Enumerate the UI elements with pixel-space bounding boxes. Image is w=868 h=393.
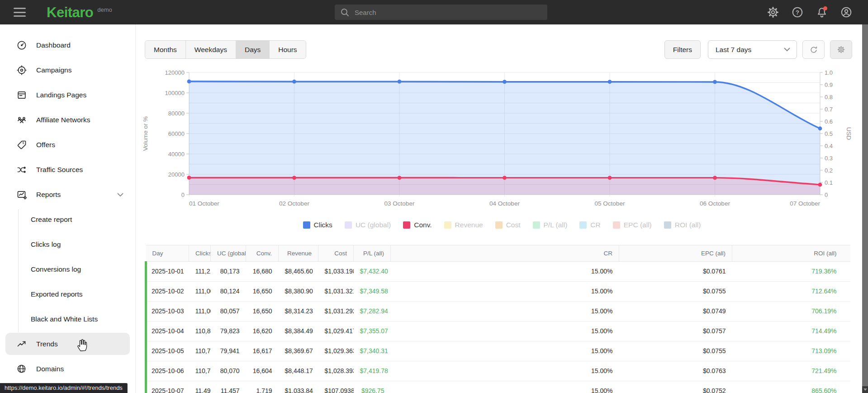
svg-text:40000: 40000 — [168, 151, 185, 158]
column-header-epc-all-[interactable]: EPC (all) — [619, 245, 732, 262]
svg-text:120000: 120000 — [165, 69, 185, 76]
sidebar-item-exported-reports[interactable]: Exported reports — [0, 282, 135, 307]
cell-cr: 15.00% — [391, 381, 619, 393]
cell-epc-all-: $0.0755 — [619, 282, 732, 302]
column-header-roi-all-[interactable]: ROI (all) — [732, 245, 843, 262]
cell-day: 2025-10-05 — [146, 341, 189, 361]
column-header-filler — [843, 245, 851, 262]
cell-day: 2025-10-01 — [146, 262, 189, 282]
legend-swatch — [495, 221, 503, 229]
search-icon — [341, 8, 349, 17]
date-range-select[interactable]: Last 7 days — [708, 40, 797, 59]
table-row: 2025-10-02111,0080,12416,650$8,380.90$1,… — [146, 282, 851, 302]
legend-swatch — [533, 221, 540, 229]
cell-clicks: 110,80 — [189, 321, 211, 341]
sidebar-item-campaigns[interactable]: Campaigns — [0, 58, 135, 82]
legend-item-epc-all-[interactable]: EPC (all) — [613, 221, 652, 229]
legend-swatch — [664, 221, 671, 229]
cell-uc-global-: 80,070 — [211, 361, 246, 381]
svg-text:20000: 20000 — [168, 171, 185, 178]
legend-item-roi-all-[interactable]: ROI (all) — [664, 221, 701, 229]
tab-months[interactable]: Months — [145, 41, 185, 58]
settings-icon[interactable] — [767, 6, 779, 18]
column-header-cost[interactable]: Cost — [318, 245, 354, 262]
menu-toggle-icon[interactable] — [14, 8, 26, 17]
cell-clicks: 110,79 — [189, 341, 211, 361]
column-header-cr[interactable]: CR — [391, 245, 619, 262]
svg-text:0.8: 0.8 — [825, 94, 833, 101]
notifications-icon[interactable] — [816, 6, 828, 18]
column-header-revenue[interactable]: Revenue — [279, 245, 318, 262]
date-range-value: Last 7 days — [716, 46, 751, 54]
scrollbar-down-arrow[interactable] — [862, 386, 868, 393]
svg-text:0.3: 0.3 — [825, 155, 833, 162]
column-header-conv-[interactable]: Conv. — [246, 245, 279, 262]
filters-button[interactable]: Filters — [664, 40, 701, 59]
chart-settings-button[interactable] — [830, 40, 852, 59]
reports-icon — [16, 189, 27, 200]
tab-hours[interactable]: Hours — [269, 41, 305, 58]
vertical-scrollbar[interactable] — [862, 24, 868, 386]
sidebar-item-trends[interactable]: Trends — [0, 331, 135, 356]
column-header-uc-global-[interactable]: UC (global) — [211, 245, 246, 262]
column-header-day[interactable]: Day — [146, 245, 189, 262]
legend-item-conv-[interactable]: Conv. — [403, 221, 432, 229]
refresh-button[interactable] — [802, 40, 825, 59]
sidebar-item-affiliate-networks[interactable]: Affiliate Networks — [0, 107, 135, 132]
y-axis-title-left: Volume or % — [142, 116, 149, 151]
column-header-p-l-all-[interactable]: P/L (all) — [354, 245, 391, 262]
sidebar: DashboardCampaignsLandings PagesAffiliat… — [0, 24, 136, 393]
legend-item-revenue[interactable]: Revenue — [444, 221, 483, 229]
svg-text:03 October: 03 October — [384, 200, 415, 207]
brand[interactable]: Keitaro demo — [47, 5, 112, 19]
cell-cost: $1,031.3216 — [318, 282, 354, 302]
legend-item-clicks[interactable]: Clicks — [303, 221, 332, 229]
legend-item-uc-global-[interactable]: UC (global) — [345, 221, 391, 229]
help-icon[interactable]: ? — [792, 6, 803, 18]
cell-roi-all-: 719.36% — [732, 262, 843, 282]
sidebar-item-conversions-log[interactable]: Conversions log — [0, 257, 135, 282]
cell-cost: $107.0938 — [318, 381, 354, 393]
sidebar-item-label: Offers — [36, 141, 55, 149]
svg-text:0.9: 0.9 — [825, 81, 833, 88]
sidebar-item-dashboard[interactable]: Dashboard — [0, 33, 135, 58]
legend-label: Cost — [506, 221, 521, 229]
legend-item-cost[interactable]: Cost — [495, 221, 521, 229]
svg-text:?: ? — [796, 9, 799, 16]
sidebar-item-offers[interactable]: $Offers — [0, 132, 135, 157]
domains-icon — [16, 364, 27, 374]
table-row: 2025-10-06110,7080,07016,604$8,448.17$1,… — [146, 361, 851, 381]
column-header-clicks[interactable]: Clicks — [189, 245, 211, 262]
legend-item-p-l-all-[interactable]: P/L (all) — [533, 221, 568, 229]
legend-swatch — [345, 221, 352, 229]
tab-weekdays[interactable]: Weekdays — [185, 41, 236, 58]
table-row: 2025-10-04110,8079,82316,620$8,384.49$1,… — [146, 321, 851, 341]
sidebar-item-traffic-sources[interactable]: Traffic Sources — [0, 157, 135, 182]
trends-table: DayClicksUC (global)Conv.RevenueCostP/L … — [145, 245, 850, 393]
cell-cr: 15.00% — [391, 321, 619, 341]
sidebar-item-create-report[interactable]: Create report — [0, 207, 135, 232]
sidebar-item-black-and-white-lists[interactable]: Black and White Lists — [0, 307, 135, 331]
svg-text:02 October: 02 October — [279, 200, 309, 207]
cell-uc-global-: 80,173 — [211, 262, 246, 282]
granularity-tabs: MonthsWeekdaysDaysHours — [145, 40, 306, 59]
cell-conv-: 16,617 — [246, 341, 279, 361]
account-icon[interactable] — [840, 6, 852, 18]
cell-cr: 15.00% — [391, 262, 619, 282]
sidebar-item-label: Exported reports — [31, 290, 83, 298]
tab-days[interactable]: Days — [236, 41, 269, 58]
legend-swatch — [444, 221, 451, 229]
legend-item-cr[interactable]: CR — [579, 221, 600, 229]
svg-text:0.7: 0.7 — [825, 106, 833, 113]
search-input[interactable] — [355, 9, 526, 16]
search-bar[interactable] — [335, 5, 547, 20]
sidebar-item-reports[interactable]: Reports — [0, 182, 135, 207]
sidebar-item-landings-pages[interactable]: Landings Pages — [0, 82, 135, 107]
sidebar-item-clicks-log[interactable]: Clicks log — [0, 232, 135, 257]
refresh-icon — [809, 45, 818, 54]
cell-revenue: $8,448.17 — [279, 361, 318, 381]
cell-uc-global-: 79,823 — [211, 321, 246, 341]
offers-icon: $ — [16, 139, 27, 150]
cell-uc-global-: 11,457 — [211, 381, 246, 393]
sidebar-item-domains[interactable]: Domains — [0, 356, 135, 381]
